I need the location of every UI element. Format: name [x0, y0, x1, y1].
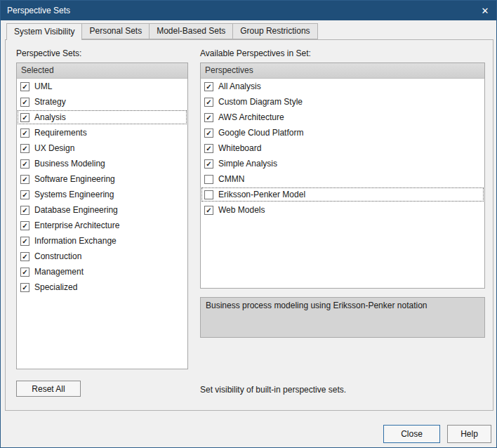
tab-label: Group Restrictions: [240, 26, 310, 36]
checkbox[interactable]: ✓: [20, 175, 29, 184]
right-list-header: Perspectives: [201, 63, 484, 79]
tab[interactable]: Personal Sets: [82, 23, 150, 39]
row-label: Enterprise Architecture: [34, 220, 119, 230]
checkbox[interactable]: ✓: [204, 129, 213, 138]
perspective-row[interactable]: Eriksson-Penker Model: [201, 187, 484, 202]
perspective-row[interactable]: CMMN: [201, 171, 484, 187]
row-label: Construction: [34, 251, 81, 261]
row-label: Eriksson-Penker Model: [218, 190, 305, 199]
row-label: Web Models: [218, 205, 265, 215]
row-label: Custom Diagram Style: [218, 97, 303, 107]
perspective-set-row[interactable]: ✓ Construction: [17, 249, 187, 264]
row-label: Database Engineering: [34, 205, 118, 215]
row-label: Software Engineering: [34, 174, 115, 184]
row-label: Whiteboard: [218, 143, 261, 153]
row-label: Google Cloud Platform: [218, 128, 303, 138]
perspective-sets-list: Selected ✓ UML ✓ Strategy ✓ Analysis ✓ R…: [16, 62, 188, 369]
row-label: Systems Engineering: [34, 190, 114, 199]
tab-bar: System Visibility Personal Sets Model-Ba…: [6, 23, 318, 40]
perspective-set-row[interactable]: ✓ Systems Engineering: [17, 187, 187, 202]
perspective-set-row[interactable]: ✓ Strategy: [17, 94, 187, 110]
row-label: Requirements: [34, 128, 87, 138]
checkbox[interactable]: ✓: [20, 159, 29, 169]
row-label: Business Modeling: [34, 159, 105, 169]
perspective-set-row[interactable]: ✓ Database Engineering: [17, 202, 187, 218]
help-button[interactable]: Help: [447, 425, 491, 443]
row-label: Strategy: [34, 97, 66, 107]
perspective-set-row[interactable]: ✓ Enterprise Architecture: [17, 218, 187, 233]
checkbox[interactable]: ✓: [20, 268, 29, 277]
perspective-row[interactable]: ✓ Google Cloud Platform: [201, 125, 484, 140]
perspective-set-row[interactable]: ✓ Specialized: [17, 279, 187, 295]
perspective-description: Business process modeling using Eriksson…: [200, 297, 485, 338]
left-list-body: ✓ UML ✓ Strategy ✓ Analysis ✓ Requiremen…: [17, 79, 187, 295]
checkbox[interactable]: ✓: [20, 113, 29, 122]
tab-label: Model-Based Sets: [157, 26, 225, 36]
row-label: UX Design: [34, 143, 74, 153]
checkbox[interactable]: ✓: [204, 206, 213, 215]
checkbox[interactable]: ✓: [20, 190, 29, 199]
perspective-row[interactable]: ✓ Simple Analysis: [201, 156, 484, 171]
close-button[interactable]: Close: [383, 425, 440, 443]
window-title: Perspective Sets: [7, 6, 70, 15]
perspective-row[interactable]: ✓ Web Models: [201, 202, 484, 218]
tab[interactable]: Group Restrictions: [233, 23, 317, 39]
checkbox[interactable]: ✓: [20, 221, 29, 230]
perspective-row[interactable]: ✓ Custom Diagram Style: [201, 94, 484, 110]
tab[interactable]: Model-Based Sets: [150, 23, 233, 39]
close-icon[interactable]: ✕: [474, 1, 496, 20]
perspective-set-row[interactable]: ✓ Information Exchange: [17, 233, 187, 249]
row-label: CMMN: [218, 174, 244, 184]
checkbox[interactable]: ✓: [20, 206, 29, 215]
footer-hint: Set visibility of built-in perspective s…: [200, 385, 346, 395]
row-label: Management: [34, 267, 84, 277]
checkbox[interactable]: ✓: [204, 144, 213, 153]
right-panel-label: Available Perspectives in Set:: [200, 48, 311, 58]
checkbox[interactable]: ✓: [20, 82, 29, 91]
right-list-body: ✓ All Analysis ✓ Custom Diagram Style ✓ …: [201, 79, 484, 218]
row-label: Specialized: [34, 282, 77, 292]
row-label: UML: [34, 81, 52, 91]
checkbox[interactable]: ✓: [20, 283, 29, 292]
perspective-set-row[interactable]: ✓ Analysis: [17, 110, 187, 125]
tab[interactable]: System Visibility: [6, 23, 82, 40]
titlebar[interactable]: Perspective Sets ✕: [1, 1, 496, 20]
tab-label: System Visibility: [14, 27, 74, 37]
checkbox[interactable]: ✓: [204, 82, 213, 91]
row-label: Information Exchange: [34, 236, 117, 246]
row-label: Simple Analysis: [218, 159, 277, 169]
checkbox[interactable]: ✓: [20, 144, 29, 153]
perspective-set-row[interactable]: ✓ Requirements: [17, 125, 187, 140]
checkbox[interactable]: ✓: [20, 237, 29, 246]
checkbox[interactable]: ✓: [204, 159, 213, 169]
row-label: AWS Architecture: [218, 112, 284, 122]
row-label: All Analysis: [218, 81, 261, 91]
left-panel-label: Perspective Sets:: [16, 48, 81, 58]
checkbox[interactable]: ✓: [20, 98, 29, 107]
checkbox[interactable]: ✓: [20, 252, 29, 261]
perspective-set-row[interactable]: ✓ UML: [17, 79, 187, 94]
checkbox[interactable]: ✓: [20, 129, 29, 138]
checkbox[interactable]: [204, 175, 213, 184]
perspective-set-row[interactable]: ✓ Management: [17, 264, 187, 279]
reset-all-button[interactable]: Reset All: [16, 381, 81, 397]
checkbox[interactable]: ✓: [204, 98, 213, 107]
tab-label: Personal Sets: [89, 26, 142, 36]
perspective-set-row[interactable]: ✓ Software Engineering: [17, 171, 187, 187]
perspective-row[interactable]: ✓ Whiteboard: [201, 140, 484, 156]
checkbox[interactable]: [204, 190, 213, 199]
perspective-set-row[interactable]: ✓ UX Design: [17, 140, 187, 156]
row-label: Analysis: [34, 112, 66, 122]
perspective-set-row[interactable]: ✓ Business Modeling: [17, 156, 187, 171]
perspective-row[interactable]: ✓ AWS Architecture: [201, 110, 484, 125]
available-perspectives-list: Perspectives ✓ All Analysis ✓ Custom Dia…: [200, 62, 485, 289]
perspective-row[interactable]: ✓ All Analysis: [201, 79, 484, 94]
checkbox[interactable]: ✓: [204, 113, 213, 122]
left-list-header: Selected: [17, 63, 187, 79]
